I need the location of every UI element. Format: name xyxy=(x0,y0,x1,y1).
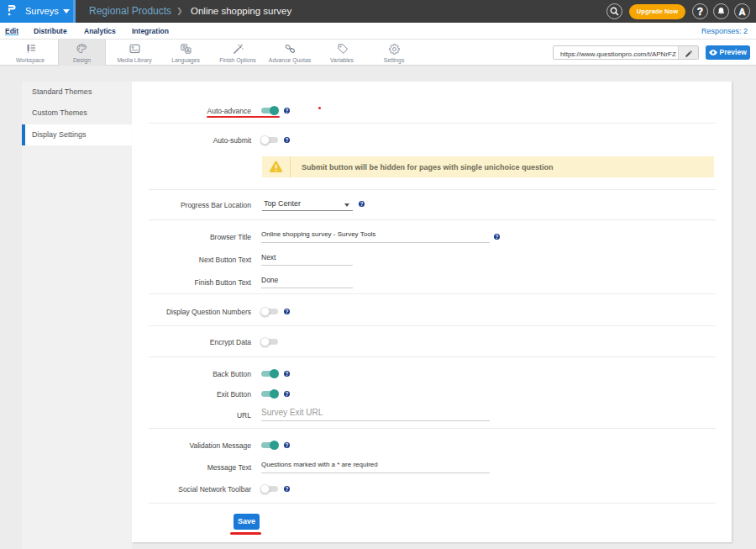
svg-text:?: ? xyxy=(697,6,703,18)
svg-text:A: A xyxy=(739,7,746,17)
